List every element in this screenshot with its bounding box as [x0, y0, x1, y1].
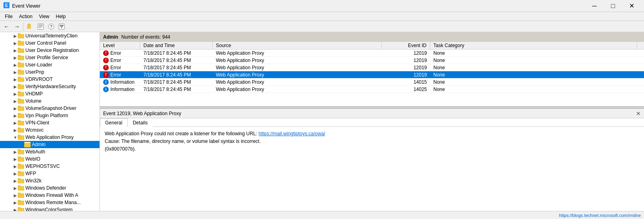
- tree-item-vhdmp[interactable]: ▶VHDMP: [0, 90, 99, 97]
- tree-item-vpn-client[interactable]: ▶VPN-Client: [0, 119, 99, 126]
- tree-arrow-user-control: ▶: [13, 41, 18, 45]
- tree-label-vdrvroot: VDRVROOT: [25, 76, 53, 82]
- svg-rect-60: [18, 201, 24, 205]
- detail-line3: (0x8007007b).: [105, 145, 639, 153]
- tree-item-webio[interactable]: ▶WebIO: [0, 155, 99, 163]
- col-header-source[interactable]: Source: [213, 42, 382, 49]
- cell-eventid: 12019: [382, 72, 430, 78]
- detail-panel: Event 12019, Web Application Proxy ✕ Gen…: [100, 109, 644, 219]
- svg-rect-17: [18, 41, 21, 42]
- tree-item-user-profile[interactable]: ▶User Profile Service: [0, 54, 99, 61]
- svg-rect-63: [18, 207, 21, 209]
- menu-view[interactable]: View: [36, 13, 53, 20]
- tree-arrow-webauth: ▶: [13, 149, 18, 154]
- svg-rect-3: [28, 24, 30, 25]
- tree-item-universal[interactable]: ▶UniversalTelemetryClien: [0, 32, 99, 39]
- tree-label-webauth: WebAuth: [25, 149, 45, 155]
- close-button[interactable]: ✕: [622, 0, 641, 12]
- tab-general[interactable]: General: [100, 118, 128, 127]
- tree-item-wfp[interactable]: ▶WFP: [0, 170, 99, 177]
- detail-close-button[interactable]: ✕: [636, 110, 641, 117]
- menubar: File Action View Help: [0, 12, 644, 21]
- tree-item-wephostsvc[interactable]: ▶WEPHOSTSVC: [0, 163, 99, 170]
- svg-rect-36: [18, 114, 24, 118]
- cell-category: None: [430, 57, 644, 64]
- properties-button[interactable]: [36, 22, 46, 31]
- tree-item-web-app-proxy[interactable]: ▼Web Application Proxy: [0, 134, 99, 141]
- svg-text:E: E: [5, 3, 8, 8]
- forward-button[interactable]: →: [12, 22, 22, 31]
- folder-icon-wfp: [18, 171, 24, 176]
- svg-rect-22: [18, 63, 24, 67]
- folder-icon-universal: [18, 33, 24, 39]
- svg-rect-18: [18, 49, 24, 53]
- tree-label-volume: Volume: [25, 98, 41, 104]
- cell-eventid: 12019: [382, 57, 430, 64]
- filter-button[interactable]: [57, 22, 66, 31]
- tree-arrow-web-app-proxy: ▼: [13, 135, 18, 140]
- table-body[interactable]: !Error7/18/2017 8:24:45 PMWeb Applicatio…: [100, 50, 644, 106]
- tree-item-user-control[interactable]: ▶User Control Panel: [0, 39, 99, 47]
- back-button[interactable]: ←: [2, 22, 11, 31]
- tree-item-volumesnapshot[interactable]: ▶VolumeSnapshot-Driver: [0, 105, 99, 112]
- detail-content: Web Application Proxy could not create a…: [100, 127, 644, 219]
- tree-item-admin[interactable]: Admin: [0, 141, 99, 148]
- svg-rect-29: [18, 84, 21, 85]
- tree-arrow-win32k: ▶: [13, 178, 18, 183]
- tree-item-windows-defender[interactable]: ▶Windows Defender: [0, 184, 99, 192]
- svg-rect-25: [18, 70, 21, 71]
- svg-rect-40: [18, 128, 24, 132]
- tree-arrow-windows-defender: ▶: [13, 186, 18, 190]
- tree-item-volume[interactable]: ▶Volume: [0, 97, 99, 105]
- tree-item-user-loader[interactable]: ▶User-Loader: [0, 61, 99, 68]
- tree-label-vhdmp: VHDMP: [25, 91, 43, 97]
- table-row[interactable]: !Error7/18/2017 8:24:45 PMWeb Applicatio…: [100, 64, 644, 71]
- help-button[interactable]: ?: [46, 22, 56, 31]
- svg-rect-58: [18, 194, 24, 198]
- menu-action[interactable]: Action: [16, 13, 35, 20]
- col-header-eventid[interactable]: Event ID: [382, 42, 430, 49]
- table-row[interactable]: iInformation7/18/2017 8:24:45 PMWeb Appl…: [100, 79, 644, 86]
- cell-source: Web Application Proxy: [213, 64, 382, 71]
- col-header-level[interactable]: Level: [100, 42, 140, 49]
- table-row[interactable]: !Error7/18/2017 8:24:45 PMWeb Applicatio…: [100, 57, 644, 64]
- tree-item-vdrvroot[interactable]: ▶VDRVROOT: [0, 76, 99, 83]
- table-row[interactable]: iInformation7/18/2017 8:24:45 PMWeb Appl…: [100, 86, 644, 93]
- tree-item-windows-firewall[interactable]: ▶Windows Firewall With A: [0, 192, 99, 199]
- cell-source: Web Application Proxy: [213, 79, 382, 85]
- menu-help[interactable]: Help: [53, 13, 69, 20]
- tree-arrow-wfp: ▶: [13, 171, 18, 176]
- tree-item-win32k[interactable]: ▶Win32k: [0, 177, 99, 184]
- col-header-datetime[interactable]: Date and Time: [140, 42, 213, 49]
- error-icon: !: [103, 65, 109, 70]
- minimize-button[interactable]: ─: [585, 0, 604, 12]
- table-row[interactable]: !Error7/18/2017 8:24:45 PMWeb Applicatio…: [100, 71, 644, 79]
- folder-icon-userpnp: [18, 69, 24, 75]
- tree-item-verifyhardware[interactable]: ▶VerifyHardwareSecurity: [0, 83, 99, 90]
- detail-link[interactable]: https://mail.wingtiptoys.ca/owa/: [259, 131, 325, 136]
- tree-item-windows-remote[interactable]: ▶Windows Remote Mana...: [0, 199, 99, 206]
- tree-label-win32k: Win32k: [25, 178, 41, 184]
- tree-item-webauth[interactable]: ▶WebAuth: [0, 148, 99, 155]
- cell-category: None: [430, 64, 644, 71]
- detail-line2: Cause: The filename, directory name, or …: [105, 138, 639, 145]
- svg-rect-33: [18, 99, 21, 100]
- tree-item-user-device[interactable]: ▶User Device Registration: [0, 47, 99, 54]
- tree-item-userpnp[interactable]: ▶UserPnp: [0, 68, 99, 76]
- cell-level: iInformation: [100, 86, 140, 93]
- col-header-category[interactable]: Task Category: [430, 42, 637, 49]
- cell-eventid: 12019: [382, 64, 430, 71]
- level-text: Information: [110, 79, 135, 85]
- folder-icon-windows-remote: [18, 200, 24, 205]
- tree-arrow-vpn-plugin: ▶: [13, 113, 18, 118]
- tree-item-wcmsvc[interactable]: ▶Wcmsvc: [0, 126, 99, 134]
- tree-label-web-app-proxy: Web Application Proxy: [25, 134, 74, 140]
- svg-rect-20: [18, 56, 24, 60]
- table-row[interactable]: !Error7/18/2017 8:24:45 PMWeb Applicatio…: [100, 50, 644, 57]
- menu-file[interactable]: File: [2, 13, 16, 20]
- maximize-button[interactable]: □: [604, 0, 622, 12]
- open-button[interactable]: [25, 22, 35, 31]
- detail-title: Event 12019, Web Application Proxy: [103, 111, 181, 116]
- tree-item-vpn-plugin[interactable]: ▶Vpn Plugin Platform: [0, 112, 99, 119]
- tab-details[interactable]: Details: [128, 118, 153, 127]
